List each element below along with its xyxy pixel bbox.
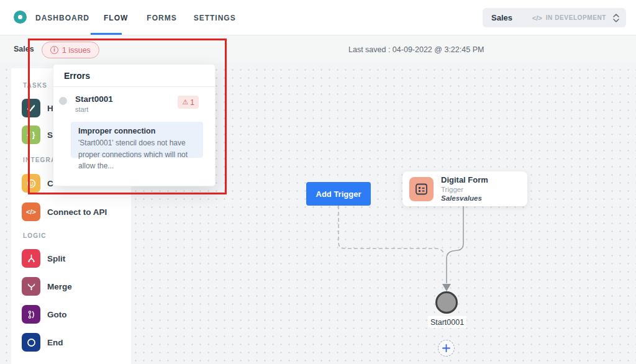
chevron-up-down-icon <box>612 13 620 23</box>
main-nav: DASHBOARD FLOW FORMS SETTINGS <box>35 0 236 35</box>
start-node <box>437 293 457 313</box>
section-label-integrations: INTEGRA <box>23 157 56 163</box>
top-nav-bar: DASHBOARD FLOW FORMS SETTINGS Sales </> … <box>0 0 636 35</box>
split-icon <box>22 249 40 268</box>
stencil-label: Split <box>47 254 65 263</box>
add-node-button[interactable] <box>438 340 455 357</box>
warning-count-badge: ⚠ 1 <box>178 96 199 109</box>
error-node-type: start <box>75 106 88 113</box>
warning-icon: ⚠ <box>182 98 188 106</box>
stencil-label: Connect to API <box>47 207 107 217</box>
section-label-tasks: TASKS <box>23 82 47 89</box>
plus-icon <box>442 344 450 352</box>
node-status-dot-icon <box>59 97 67 105</box>
workspace-selector[interactable]: Sales </> IN DEVELOPMENT <box>483 8 626 27</box>
error-detail-card[interactable]: Improper connection 'Start0001' stencil … <box>71 122 203 158</box>
workspace-status: IN DEVELOPMENT <box>546 14 606 21</box>
issues-count-label: 1 issues <box>62 46 91 55</box>
task-check-icon <box>22 99 40 117</box>
stencil-item-split[interactable]: Split <box>22 249 65 268</box>
stencil-item-chat[interactable]: C <box>22 174 53 193</box>
stencil-label: S <box>47 130 53 140</box>
goto-icon <box>22 305 40 324</box>
code-icon: </> <box>22 202 40 221</box>
nav-tab-forms[interactable]: FORMS <box>147 14 176 22</box>
errors-popup: Errors Start0001 start ⚠ 1 Improper conn… <box>53 64 216 186</box>
info-icon <box>50 46 58 54</box>
last-saved-timestamp: Last saved : 04-09-2022 @ 3:22:45 PM <box>348 45 484 54</box>
nav-tab-flow[interactable]: FLOW <box>104 14 128 22</box>
add-trigger-button[interactable]: Add Trigger <box>306 182 371 206</box>
stencil-item-merge[interactable]: Merge <box>22 277 72 296</box>
issues-button[interactable]: 1 issues <box>42 42 99 58</box>
digital-form-icon <box>409 177 434 201</box>
trigger-card-subtitle: Trigger <box>441 185 488 194</box>
trigger-card-title: Digital Form <box>441 175 488 185</box>
nav-tab-settings[interactable]: SETTINGS <box>194 14 236 22</box>
solid-connector <box>447 206 463 283</box>
stencil-item-goto[interactable]: Goto <box>22 305 67 324</box>
braces-icon: { } <box>22 125 40 144</box>
workspace-name: Sales <box>491 13 512 22</box>
dashed-connector <box>338 206 444 254</box>
stencil-item-script[interactable]: { } S <box>22 125 53 144</box>
error-node-name: Start0001 <box>75 94 113 104</box>
trigger-card-form-name: Salesvalues <box>441 194 488 202</box>
stencil-item-connect-to-api[interactable]: </> Connect to API <box>22 202 107 221</box>
stencil-label: Merge <box>47 282 72 291</box>
end-icon <box>22 333 40 352</box>
error-detail-message: 'Start0001' stencil does not have proper… <box>78 137 197 172</box>
errors-popup-title: Errors <box>53 65 215 87</box>
flow-name-label: Sales <box>14 45 34 53</box>
merge-icon <box>22 277 40 296</box>
chat-icon <box>22 174 40 193</box>
code-icon: </> <box>532 14 542 22</box>
error-item-row[interactable]: Start0001 start ⚠ 1 <box>53 94 215 116</box>
stencil-item-end[interactable]: End <box>22 333 63 352</box>
stencil-label: End <box>47 338 63 347</box>
trigger-card[interactable]: Digital Form Trigger Salesvalues <box>402 171 527 206</box>
flow-toolbar: Sales 1 issues Last saved : 04-09-2022 @… <box>0 35 636 63</box>
stencil-item-human-task[interactable]: H <box>22 99 53 117</box>
arrowhead <box>442 284 451 291</box>
error-detail-title: Improper connection <box>78 127 197 135</box>
app-logo-icon <box>14 11 27 24</box>
stencil-label: Goto <box>47 310 67 319</box>
warning-count: 1 <box>190 98 194 107</box>
nav-tab-dashboard[interactable]: DASHBOARD <box>35 14 89 22</box>
active-tab-underline <box>91 33 122 35</box>
section-label-logic: LOGIC <box>23 232 47 239</box>
start-node-label: Start0001 <box>428 316 466 328</box>
